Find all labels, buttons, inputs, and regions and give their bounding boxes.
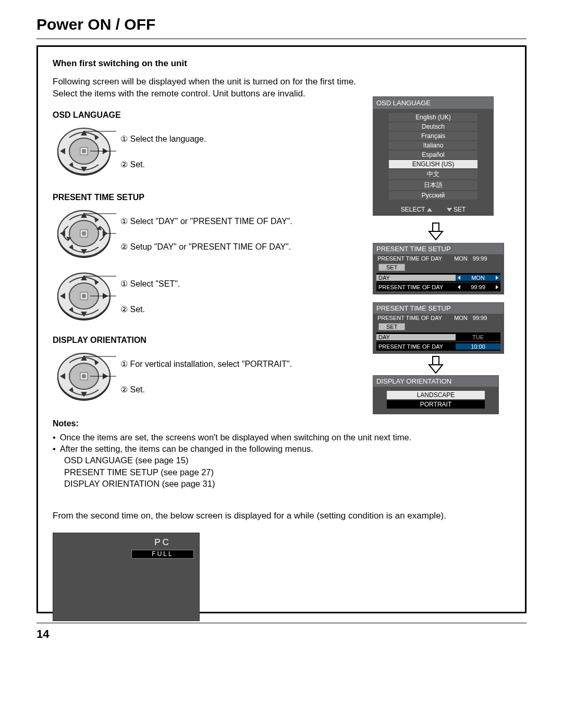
intro-line2: Select the items with the remote control…	[53, 89, 305, 98]
remote-dial-icon	[53, 205, 120, 263]
page-title: Power ON / OFF	[36, 16, 527, 33]
osd-language-item: Deutsch	[389, 122, 478, 131]
do-step1: ① For vertical installation, select "POR…	[120, 359, 292, 369]
do-panel-title: DISPLAY ORIENTATION	[373, 376, 498, 387]
splash-screen: PC FULL	[53, 533, 200, 621]
second-time-paragraph: From the second time on, the below scree…	[53, 510, 510, 522]
pts-set-button: SET	[378, 264, 405, 271]
pts-a-step2: ② Setup "DAY" or "PRESENT TIME OF DAY".	[120, 242, 291, 252]
pts-panel-title: PRESENT TIME SETUP	[373, 303, 504, 314]
svg-rect-17	[82, 231, 86, 236]
osd-language-item: Русский	[389, 191, 478, 200]
svg-rect-4	[82, 149, 86, 153]
note-2: After the setting, the items can be chan…	[60, 443, 313, 454]
display-orientation-item: PORTRAIT	[387, 400, 485, 409]
svg-rect-56	[433, 356, 439, 365]
svg-rect-32	[82, 294, 86, 298]
osd-language-item: Italiano	[389, 141, 478, 150]
intro-line1: Following screen will be displayed when …	[53, 77, 356, 87]
svg-marker-57	[429, 365, 443, 373]
note-2c: DISPLAY ORIENTATION (see page 31)	[64, 478, 510, 489]
intro-heading: When first switching on the unit	[53, 58, 510, 69]
osd-language-item: ENGLISH (US)	[389, 160, 478, 168]
present-time-panel-2: PRESENT TIME SETUP PRESENT TIME OF DAY M…	[373, 302, 504, 354]
page-number: 14	[36, 627, 527, 641]
svg-rect-45	[82, 374, 86, 378]
present-time-panel-1: PRESENT TIME SETUP PRESENT TIME OF DAY M…	[373, 243, 504, 294]
osd-language-item: English (UK)	[389, 113, 478, 121]
pts-b-step1: ① Select "SET".	[120, 279, 180, 289]
svg-marker-55	[429, 231, 443, 240]
pts-day-value: TUE	[456, 334, 500, 340]
display-orientation-panel: DISPLAY ORIENTATION LANDSCAPEPORTRAIT	[373, 375, 499, 414]
pts-b-step2: ② Set.	[120, 304, 145, 314]
osd-step2: ② Set.	[120, 159, 145, 169]
remote-dial-icon	[53, 348, 120, 405]
notes-heading: Notes:	[53, 419, 510, 428]
splash-input-label: PC	[131, 537, 194, 548]
osd-language-item: 中文	[389, 169, 478, 179]
svg-rect-54	[433, 223, 439, 231]
osd-language-item: Español	[389, 151, 478, 159]
notes-list: •Once the items are set, the screens won…	[53, 431, 510, 489]
pts-time-value: 10:00	[456, 343, 500, 350]
osd-panel-title: OSD LANGUAGE	[373, 97, 493, 109]
osd-language-item: 日本語	[389, 180, 478, 190]
osd-language-item: Français	[389, 132, 478, 140]
osd-step1: ① Select the language.	[120, 134, 206, 144]
pts-time-value: 99:99	[456, 284, 500, 290]
pts-panel-title: PRESENT TIME SETUP	[373, 243, 504, 254]
note-2a: OSD LANGUAGE (see page 15)	[64, 454, 510, 466]
osd-language-panel: OSD LANGUAGE English (UK)DeutschFrançais…	[373, 96, 494, 216]
do-step2: ② Set.	[120, 385, 145, 394]
pts-a-step1: ① Select "DAY" or "PRESENT TIME OF DAY".	[120, 216, 292, 226]
splash-aspect-label: FULL	[131, 550, 194, 559]
arrow-down-icon	[427, 222, 444, 241]
remote-dial-icon	[53, 123, 120, 180]
remote-dial-icon	[53, 268, 120, 325]
pts-set-button: SET	[378, 323, 405, 330]
arrow-down-icon	[427, 355, 444, 374]
note-2b: PRESENT TIME SETUP (see page 27)	[64, 466, 510, 478]
display-orientation-item: LANDSCAPE	[387, 391, 485, 399]
pts-day-value: MON	[456, 275, 500, 281]
note-1: Once the items are set, the screens won'…	[60, 431, 412, 443]
